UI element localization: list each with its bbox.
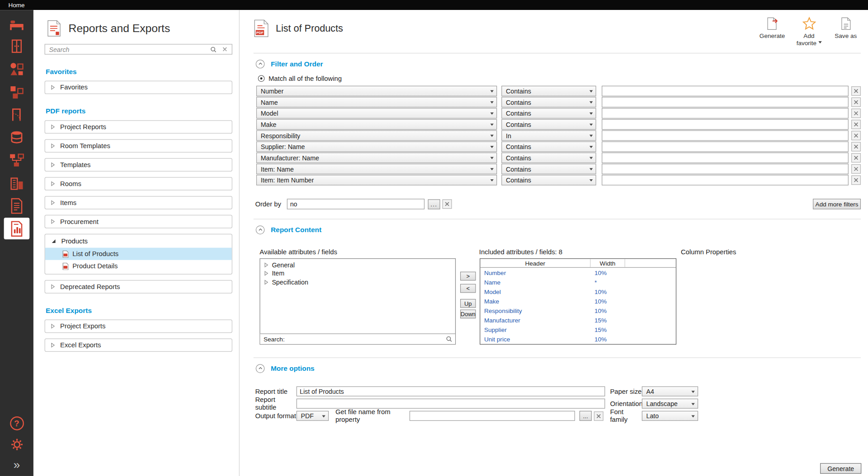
tree-item-item[interactable]: Item — [260, 269, 455, 278]
filter-operator-select[interactable]: Contains — [501, 119, 596, 130]
expand-rail-icon[interactable]: » — [14, 459, 20, 471]
filter-operator-select[interactable]: In — [501, 130, 596, 140]
tree-item-general[interactable]: General — [260, 261, 455, 269]
remove-filter-button[interactable] — [851, 142, 861, 151]
move-down-button[interactable]: Down — [460, 309, 476, 318]
help-icon[interactable]: ? — [10, 416, 24, 430]
report-subtitle-input[interactable] — [297, 399, 605, 409]
rail-item-buildings[interactable] — [4, 172, 30, 194]
sidebar-item-room-templates[interactable]: Room Templates — [45, 139, 232, 153]
output-format-select[interactable]: PDF — [297, 411, 329, 421]
generate-toolbar-button[interactable]: Generate — [757, 17, 788, 39]
filter-operator-select[interactable]: Contains — [501, 141, 596, 152]
included-row[interactable]: Number10% — [480, 268, 676, 277]
sidebar-item-excel-exports[interactable]: Excel Exports — [45, 338, 232, 352]
filter-field-select[interactable]: Item: Name — [256, 163, 497, 174]
sidebar-item-products[interactable]: Products — [45, 234, 232, 248]
sidebar-item-templates[interactable]: Templates — [45, 158, 232, 172]
sidebar-item-items[interactable]: Items — [45, 196, 232, 210]
filter-operator-select[interactable]: Contains — [501, 175, 596, 185]
filter-field-select[interactable]: Supplier: Name — [256, 141, 497, 152]
search-input[interactable] — [49, 46, 206, 53]
sidebar-item-project-reports[interactable]: Project Reports — [45, 120, 232, 134]
remove-filter-button[interactable] — [851, 108, 861, 118]
order-by-browse-button[interactable]: ... — [428, 199, 440, 209]
clear-file-name-button[interactable] — [594, 411, 604, 420]
sidebar-item-list-of-products[interactable]: List of Products — [45, 248, 232, 260]
collapse-options-section-button[interactable] — [256, 364, 265, 373]
remove-filter-button[interactable] — [851, 98, 861, 107]
rail-item-reports[interactable] — [4, 218, 30, 239]
filter-value-input[interactable] — [602, 153, 849, 163]
file-name-property-input[interactable] — [410, 411, 575, 421]
filter-operator-select[interactable]: Contains — [501, 163, 596, 174]
rail-item-furniture[interactable] — [4, 12, 30, 34]
remove-filter-button[interactable] — [851, 164, 861, 174]
rail-item-documents[interactable] — [4, 195, 30, 216]
filter-value-input[interactable] — [602, 97, 849, 107]
filter-operator-select[interactable]: Contains — [501, 108, 596, 118]
sidebar-item-deprecated-reports[interactable]: Deprecated Reports — [45, 280, 232, 294]
filter-value-input[interactable] — [602, 141, 849, 152]
clear-search-icon[interactable] — [221, 45, 229, 53]
search-icon[interactable] — [210, 46, 217, 53]
filter-operator-select[interactable]: Contains — [501, 153, 596, 163]
included-row[interactable]: Model10% — [480, 287, 676, 296]
filter-field-select[interactable]: Make — [256, 119, 497, 130]
filter-field-select[interactable]: Number — [256, 86, 497, 96]
filter-operator-select[interactable]: Contains — [501, 86, 596, 96]
move-left-button[interactable]: < — [460, 284, 476, 293]
move-right-button[interactable]: > — [460, 272, 476, 281]
sidebar-item-product-details[interactable]: Product Details — [45, 260, 232, 272]
collapse-content-section-button[interactable] — [256, 225, 265, 234]
collapse-filter-section-button[interactable] — [256, 59, 265, 68]
remove-filter-button[interactable] — [851, 153, 861, 163]
settings-icon[interactable] — [10, 438, 24, 452]
home-menu[interactable]: Home — [8, 2, 24, 9]
attributes-search-input[interactable] — [287, 336, 443, 342]
rail-item-storage[interactable] — [4, 35, 30, 57]
rail-item-objects[interactable] — [4, 58, 30, 79]
clear-order-by-button[interactable] — [442, 199, 452, 209]
filter-field-select[interactable]: Manufacturer: Name — [256, 153, 497, 163]
generate-button[interactable]: Generate — [820, 463, 861, 474]
move-up-button[interactable]: Up — [460, 299, 476, 308]
remove-filter-button[interactable] — [851, 120, 861, 129]
tree-item-specification[interactable]: Specification — [260, 278, 455, 286]
rail-item-logistics[interactable] — [4, 149, 30, 171]
filter-value-input[interactable] — [602, 86, 849, 96]
paper-size-select[interactable]: A4 — [642, 386, 698, 396]
search-icon[interactable] — [446, 336, 453, 342]
filter-field-select[interactable]: Responsibility — [256, 130, 497, 140]
sidebar-item-project-exports[interactable]: Project Exports — [45, 320, 232, 333]
included-row[interactable]: Responsibility10% — [480, 306, 676, 315]
included-row[interactable]: Supplier15% — [480, 325, 676, 334]
filter-field-select[interactable]: Name — [256, 97, 497, 107]
report-title-input[interactable] — [297, 386, 605, 396]
orientation-select[interactable]: Landscape — [642, 399, 698, 409]
filter-value-input[interactable] — [602, 130, 849, 140]
filter-value-input[interactable] — [602, 175, 849, 185]
sidebar-item-rooms[interactable]: Rooms — [45, 177, 232, 191]
sidebar-item-procurement[interactable]: Procurement — [45, 215, 232, 229]
rail-item-components[interactable] — [4, 81, 30, 103]
filter-field-select[interactable]: Item: Item Number — [256, 175, 497, 185]
match-all-radio[interactable] — [258, 75, 265, 82]
font-family-select[interactable]: Lato — [642, 411, 698, 421]
remove-filter-button[interactable] — [851, 86, 861, 96]
filter-field-select[interactable]: Model — [256, 108, 497, 118]
filter-value-input[interactable] — [602, 119, 849, 130]
file-name-browse-button[interactable]: ... — [580, 411, 592, 421]
included-row[interactable]: Make10% — [480, 296, 676, 306]
sidebar-item-favorites[interactable]: Favorites — [45, 81, 232, 94]
add-more-filters-button[interactable]: Add more filters — [813, 199, 861, 209]
rail-item-data[interactable] — [4, 126, 30, 148]
included-row[interactable]: Name* — [480, 277, 676, 287]
remove-filter-button[interactable] — [851, 175, 861, 185]
included-row[interactable]: Manufacturer15% — [480, 315, 676, 325]
add-favorite-button[interactable]: Add favorite — [794, 17, 824, 47]
filter-operator-select[interactable]: Contains — [501, 97, 596, 107]
included-row[interactable]: Unit price10% — [480, 334, 676, 344]
filter-value-input[interactable] — [602, 108, 849, 118]
order-by-input[interactable] — [287, 199, 424, 209]
